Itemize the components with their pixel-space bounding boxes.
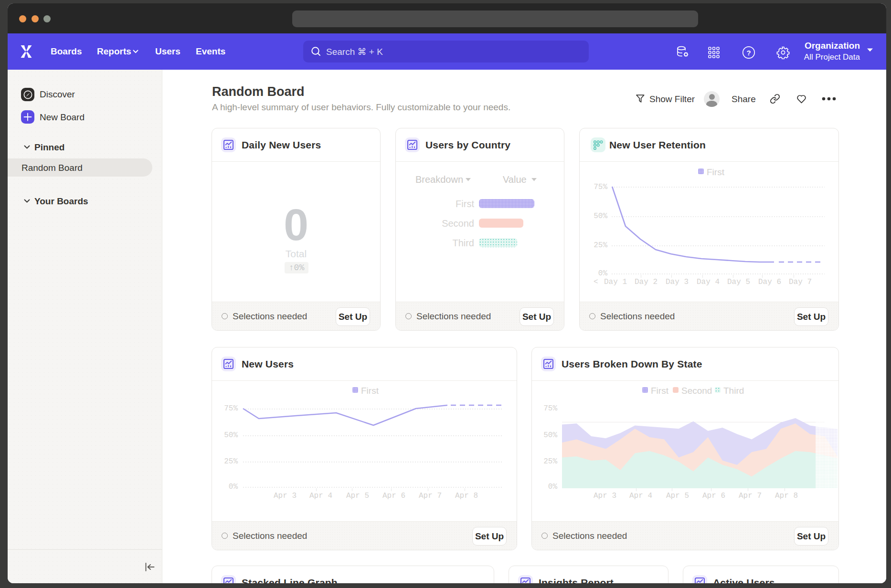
- svg-text:?: ?: [746, 49, 751, 57]
